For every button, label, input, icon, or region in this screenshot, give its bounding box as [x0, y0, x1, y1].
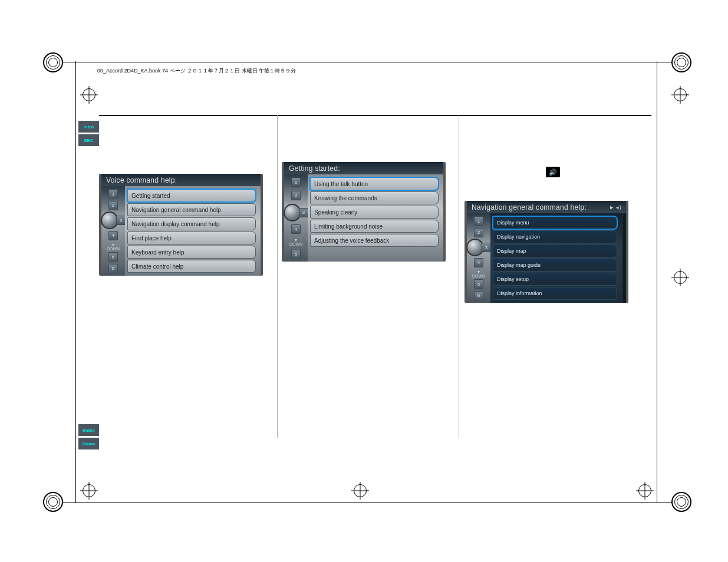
play-icon: ►	[609, 204, 614, 210]
row-num-1: 1	[474, 216, 483, 226]
panel-title-text: Navigation general command help:	[472, 203, 587, 211]
reg-mark-top-left	[83, 88, 95, 101]
list-item[interactable]: Display map	[493, 244, 617, 257]
list-item[interactable]: Display menu	[493, 216, 617, 229]
scrollbar[interactable]	[622, 213, 626, 303]
panel-navigation-general: Navigation general command help: ► ◂) 1 …	[465, 201, 628, 303]
list-item[interactable]: Display setup	[493, 273, 617, 286]
tab-intro[interactable]: Intro	[78, 121, 99, 133]
panel-title: Getting started:	[284, 162, 443, 174]
reg-mark-top-right	[674, 88, 687, 101]
sound-icon: ◂)	[616, 204, 621, 210]
items-list: Using the talk button Knowing the comman…	[308, 174, 443, 262]
row-num-3: 3	[299, 208, 308, 217]
items-list: Getting started Navigation general comma…	[125, 186, 261, 276]
reg-mark-bottom-center	[354, 484, 367, 497]
row-num-5: 5	[291, 250, 301, 259]
column-2: Getting started: 1 2 3 4 ▼DOWN 5 Using t…	[282, 115, 459, 445]
tab-sec[interactable]: SEC	[78, 134, 99, 146]
list-item[interactable]: Using the talk button	[310, 177, 439, 190]
row-num-5: 5	[474, 279, 483, 289]
list-item[interactable]: Navigation general command help	[127, 203, 256, 216]
list-item[interactable]: Find place help	[127, 232, 256, 244]
row-num-1: 1	[291, 177, 301, 187]
list-item[interactable]: Keyboard entry help	[127, 246, 256, 259]
reg-mark-bottom-left	[83, 484, 95, 497]
column-1: Voice command help: 1 2 3 4 ▼DOWN 5 6 Ge…	[99, 115, 276, 445]
crop-line-right	[657, 61, 657, 503]
knob-column: 1 2 3 4 ▼DOWN 5 6	[101, 186, 125, 276]
knob-column: 1 2 3 4 ▼DOWN 5	[284, 174, 308, 262]
crop-mark-top-left	[43, 52, 84, 94]
row-num-2: 2	[474, 228, 483, 237]
list-item[interactable]: Display map guide	[493, 259, 617, 272]
row-num-6: 6	[474, 291, 483, 300]
title-icons: ► ◂)	[609, 204, 621, 210]
content-area: Voice command help: 1 2 3 4 ▼DOWN 5 6 Ge…	[99, 115, 651, 445]
items-list: Display menu Display navigation Display …	[490, 213, 622, 303]
list-item[interactable]: Adjusting the voice feedback	[310, 234, 439, 247]
panel-title: Navigation general command help: ► ◂)	[467, 201, 626, 213]
row-num-3: 3	[116, 216, 126, 225]
speaker-indicator: 🔊	[465, 167, 641, 177]
panel-title: Voice command help:	[101, 174, 261, 186]
crop-line-left	[75, 61, 76, 503]
tab-home[interactable]: Home	[78, 438, 99, 449]
column-divider-2	[459, 115, 459, 438]
row-num-4: 4	[291, 224, 301, 234]
page-root: 00_Accord 2D4D_KA.book 74 ページ ２０１１年７月２１日…	[0, 0, 728, 562]
down-arrow-icon[interactable]: ▼DOWN	[289, 238, 302, 246]
reg-mark-bottom-right	[638, 484, 651, 497]
panel-title-text: Voice command help:	[106, 176, 177, 184]
list-item[interactable]: Limiting background noise	[310, 220, 439, 233]
list-item[interactable]: Display navigation	[493, 230, 617, 243]
list-item[interactable]: Getting started	[127, 189, 256, 202]
crop-line-bottom	[62, 503, 672, 503]
column-divider-1	[277, 115, 278, 438]
row-num-6: 6	[108, 264, 118, 273]
side-tabs-bottom: Index Home	[78, 424, 99, 451]
row-num-1: 1	[108, 189, 118, 199]
row-num-5: 5	[108, 252, 118, 262]
row-num-2: 2	[291, 191, 301, 200]
speaker-icon: 🔊	[546, 167, 560, 177]
row-num-4: 4	[108, 231, 118, 240]
crop-line-top	[62, 62, 672, 62]
row-num-4: 4	[474, 258, 483, 267]
list-item[interactable]: Knowing the commands	[310, 191, 439, 204]
panel-voice-command-help: Voice command help: 1 2 3 4 ▼DOWN 5 6 Ge…	[99, 174, 263, 276]
row-num-3: 3	[482, 243, 491, 252]
running-header: 00_Accord 2D4D_KA.book 74 ページ ２０１１年７月２１日…	[97, 67, 296, 75]
column-3: 🔊 Navigation general command help: ► ◂) …	[465, 115, 641, 445]
panel-title-text: Getting started:	[289, 164, 340, 173]
tab-index[interactable]: Index	[78, 424, 99, 436]
list-item[interactable]: Speaking clearly	[310, 206, 439, 219]
knob-column: 1 2 3 4 ▼DOWN 5 6	[467, 213, 490, 303]
side-tabs-top: Intro SEC	[78, 121, 99, 148]
row-num-2: 2	[108, 201, 118, 210]
panel-getting-started: Getting started: 1 2 3 4 ▼DOWN 5 Using t…	[282, 162, 446, 262]
list-item[interactable]: Navigation display command help	[127, 217, 256, 230]
down-arrow-icon[interactable]: ▼DOWN	[472, 270, 485, 278]
crop-mark-bottom-left	[43, 471, 84, 512]
down-arrow-icon[interactable]: ▼DOWN	[107, 243, 120, 251]
list-item[interactable]: Display information	[493, 287, 617, 300]
list-item[interactable]: Climate control help	[127, 260, 256, 273]
reg-mark-mid-right	[674, 271, 687, 284]
